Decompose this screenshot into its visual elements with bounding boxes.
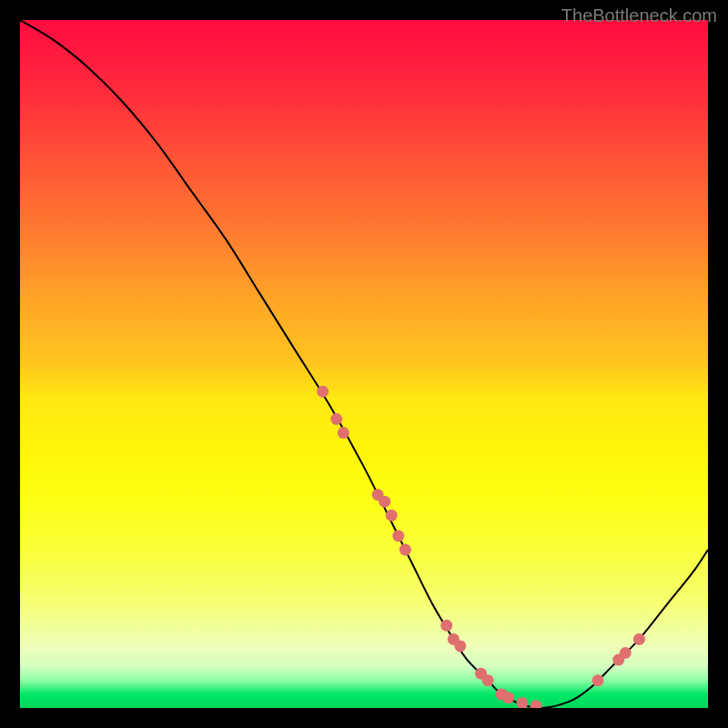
curve-markers	[317, 386, 645, 708]
curve-marker	[516, 697, 528, 708]
curve-marker	[392, 531, 404, 542]
curve-marker	[399, 544, 411, 556]
curve-marker	[317, 386, 329, 398]
curve-marker	[620, 647, 632, 659]
curve-marker	[330, 413, 342, 425]
chart-svg	[20, 20, 708, 708]
curve-marker	[454, 640, 466, 652]
curve-marker	[502, 692, 514, 703]
curve-marker	[338, 427, 349, 439]
curve-marker	[440, 620, 452, 632]
curve-marker	[531, 700, 542, 708]
bottleneck-curve	[20, 20, 708, 708]
curve-marker	[482, 674, 494, 686]
chart-plot-area	[20, 20, 708, 708]
curve-marker	[386, 510, 398, 521]
curve-marker	[633, 633, 645, 645]
curve-marker	[379, 496, 390, 508]
watermark-text: TheBottleneck.com	[561, 5, 717, 26]
curve-marker	[592, 674, 604, 686]
